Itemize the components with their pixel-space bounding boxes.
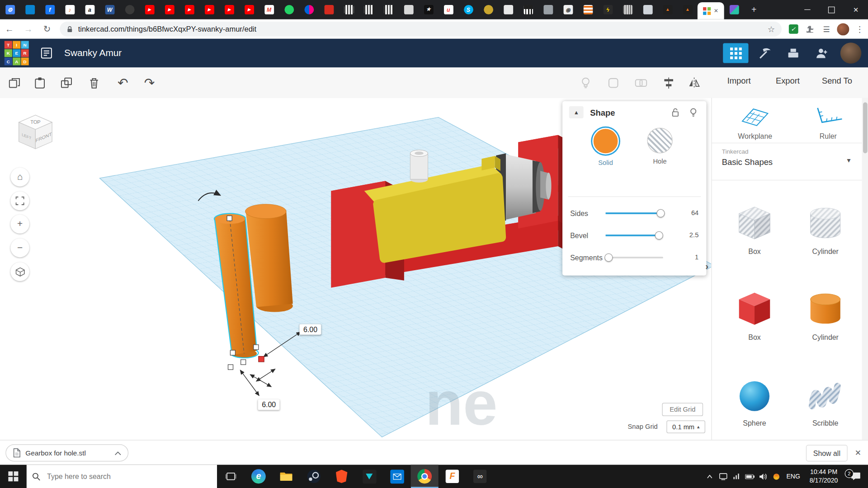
browser-menu-icon[interactable]: ⋮: [851, 24, 868, 34]
shape-cylinder-hole[interactable]: Cylinder: [794, 204, 856, 256]
tab-flickr[interactable]: [299, 0, 319, 19]
snap-grid-dropdown[interactable]: 0.1 mm ▴: [666, 421, 705, 433]
tab-piano[interactable]: [359, 0, 378, 19]
tab-ultimate-guitar[interactable]: u: [439, 0, 458, 19]
zoom-in-button[interactable]: +: [10, 215, 29, 234]
search-input[interactable]: [46, 472, 203, 481]
tab-piano[interactable]: [379, 0, 399, 19]
view-cube-top-label[interactable]: TOP: [30, 119, 40, 125]
solid-option[interactable]: Solid: [584, 128, 628, 167]
tab-facebook[interactable]: f: [40, 0, 60, 19]
shape-scribble[interactable]: Scribble: [794, 375, 856, 427]
tab-blank-app[interactable]: [498, 0, 518, 19]
collapse-panel-icon[interactable]: ▲: [569, 106, 584, 118]
tab-media[interactable]: ♪: [60, 0, 80, 19]
dimension-width-label[interactable]: 6.00: [299, 324, 321, 335]
refresh-icon[interactable]: ↻: [38, 24, 57, 34]
forward-icon[interactable]: →: [19, 24, 38, 34]
tab-word[interactable]: W: [99, 0, 119, 19]
dashboard-grid-icon[interactable]: [723, 43, 748, 63]
download-chevron-icon[interactable]: [114, 450, 121, 455]
steam-icon[interactable]: [300, 465, 328, 488]
tab-outlook[interactable]: [20, 0, 40, 19]
perspective-toggle-button[interactable]: [10, 262, 29, 281]
new-tab-button[interactable]: +: [744, 0, 764, 19]
redo-icon[interactable]: ↷: [142, 75, 157, 91]
brick-build-icon[interactable]: [781, 43, 806, 63]
design-title[interactable]: Swanky Amur: [64, 47, 122, 58]
fit-view-button[interactable]: [10, 192, 29, 211]
send-to-button[interactable]: Send To: [817, 76, 857, 85]
display-tray-icon[interactable]: [716, 465, 729, 488]
tab-youtube[interactable]: ▶: [140, 0, 160, 19]
chrome-icon[interactable]: [411, 465, 439, 488]
tab-gold-app[interactable]: [478, 0, 498, 19]
taskbar-clock[interactable]: 10:44 PM 8/17/2020: [804, 465, 844, 488]
file-explorer-icon[interactable]: [272, 465, 300, 488]
language-indicator[interactable]: ENG: [783, 465, 804, 488]
safety-check-icon[interactable]: ✓: [785, 24, 802, 34]
show-all-downloads-button[interactable]: Show all: [806, 445, 848, 461]
bookmark-star-icon[interactable]: ☆: [768, 24, 775, 34]
tab-youtube[interactable]: ▶: [179, 0, 199, 19]
workplane-tool[interactable]: Workplane: [726, 104, 784, 141]
action-center-icon[interactable]: 2: [844, 465, 868, 488]
url-field[interactable]: tinkercad.com/things/b6BfwcXqxPY-swanky-…: [60, 22, 782, 37]
shape-sphere[interactable]: Sphere: [723, 375, 785, 427]
solid-swatch[interactable]: [592, 128, 619, 155]
shape-box-solid[interactable]: Box: [723, 289, 785, 341]
window-maximize-button[interactable]: [819, 0, 844, 19]
window-close-button[interactable]: ✕: [844, 0, 868, 19]
edit-grid-button[interactable]: Edit Grid: [662, 403, 703, 416]
network-tray-icon[interactable]: [730, 465, 743, 488]
white-cylinder-peg[interactable]: [410, 150, 428, 183]
show-hide-icon[interactable]: [578, 75, 593, 91]
tab-youtube[interactable]: ▶: [199, 0, 219, 19]
tab-skype[interactable]: S: [458, 0, 478, 19]
duplicate-icon[interactable]: [59, 75, 74, 91]
sidebar-collapse-chevron[interactable]: ›: [703, 259, 711, 274]
import-button[interactable]: Import: [722, 76, 756, 85]
bevel-value[interactable]: 2.5: [689, 231, 698, 239]
start-button[interactable]: [0, 465, 27, 488]
tab-keys-app[interactable]: [618, 0, 638, 19]
back-icon[interactable]: ←: [0, 24, 19, 34]
minecraft-pickaxe-icon[interactable]: [752, 43, 777, 63]
mirror-icon[interactable]: [686, 75, 702, 91]
tab-youtube[interactable]: ▶: [160, 0, 179, 19]
tab-star-app[interactable]: ★: [419, 0, 439, 19]
ungroup-icon[interactable]: [633, 75, 649, 91]
hole-swatch[interactable]: [647, 128, 672, 153]
tab-printer[interactable]: [399, 0, 419, 19]
visibility-bulb-icon[interactable]: [686, 108, 699, 117]
predator-icon[interactable]: [355, 465, 383, 488]
tab-tinkercad-active[interactable]: ✕: [698, 2, 724, 19]
delete-icon[interactable]: [86, 75, 102, 91]
window-minimize-button[interactable]: [795, 0, 819, 19]
battery-tray-icon[interactable]: [743, 465, 756, 488]
shape-cylinder-solid[interactable]: Cylinder: [794, 289, 856, 341]
ruler-tool[interactable]: Ruler: [799, 104, 857, 141]
brave-icon[interactable]: [328, 465, 355, 488]
copy-icon[interactable]: [7, 75, 22, 91]
export-button[interactable]: Export: [770, 76, 805, 85]
dimension-depth-label[interactable]: 6.00: [258, 399, 280, 410]
download-chip[interactable]: Gearbox for hole.stl: [5, 444, 128, 461]
reading-list-icon[interactable]: ☰: [818, 24, 835, 33]
extensions-puzzle-icon[interactable]: [802, 24, 818, 33]
view-cube[interactable]: TOP FRONT LEFT: [12, 109, 60, 156]
active-scale-handle[interactable]: [259, 357, 264, 362]
tab-lightning-app[interactable]: ϟ: [598, 0, 618, 19]
tab-red-app[interactable]: [319, 0, 339, 19]
mail-icon[interactable]: [383, 465, 410, 488]
f-app-icon[interactable]: F: [439, 465, 466, 488]
browser-profile-avatar[interactable]: [835, 23, 852, 35]
invite-person-icon[interactable]: [809, 43, 835, 63]
undo-icon[interactable]: ↶: [115, 75, 131, 91]
tab-predator[interactable]: ▲: [658, 0, 678, 19]
bevel-slider[interactable]: [606, 235, 663, 236]
tab-green-app[interactable]: [279, 0, 299, 19]
tab-midi-keyboard[interactable]: [518, 0, 538, 19]
tab-youtube[interactable]: ▶: [239, 0, 259, 19]
task-view-icon[interactable]: [217, 465, 245, 488]
